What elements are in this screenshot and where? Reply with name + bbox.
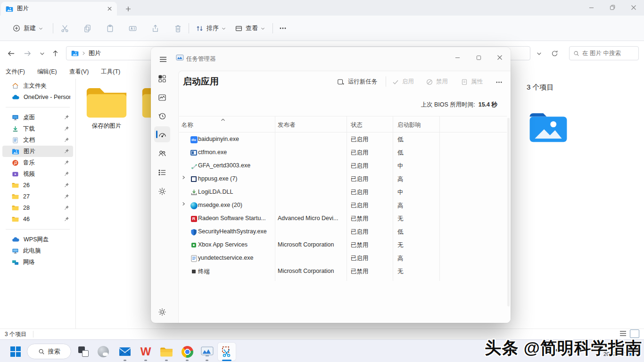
rail-details-icon[interactable]: [154, 165, 170, 181]
properties-button[interactable]: 属性: [461, 75, 483, 88]
table-row[interactable]: R Radeon Software Startu...Advanced Micr…: [179, 212, 507, 225]
network-icon: [12, 259, 19, 266]
ime-menu-icon[interactable]: [619, 330, 627, 337]
expand-chevron-icon[interactable]: [182, 202, 186, 206]
task-manager-taskbar-icon[interactable]: [198, 343, 216, 361]
table-row[interactable]: LogiLDA.DLL已启用中: [179, 186, 507, 199]
chrome-icon[interactable]: [178, 343, 196, 361]
table-row[interactable]: yundetectservice.exe已启用高: [179, 252, 507, 265]
search-box[interactable]: [569, 46, 639, 60]
watermark-text: 头条 @简明科学指南: [485, 337, 642, 359]
more-options-icon[interactable]: [279, 22, 287, 35]
paste-button[interactable]: [106, 22, 115, 35]
pen-icon: [190, 162, 198, 170]
menu-tools[interactable]: 工具(T): [101, 68, 120, 76]
table-row-expandable[interactable]: hppusg.exe (7)已启用高: [179, 173, 507, 186]
tab-close-icon[interactable]: [107, 6, 112, 11]
sidebar-item-music[interactable]: 音乐: [2, 157, 73, 168]
new-tab-button[interactable]: [123, 4, 134, 14]
folder-tile-saved-pictures[interactable]: 保存的图片: [84, 85, 129, 130]
refresh-icon[interactable]: [548, 47, 561, 59]
forward-icon[interactable]: [21, 47, 33, 59]
table-row[interactable]: 终端Microsoft Corporation已禁用无: [179, 265, 507, 278]
tm-close-button[interactable]: [490, 51, 509, 64]
sidebar-item-network[interactable]: 网络: [2, 256, 73, 268]
sort-button[interactable]: 排序: [196, 22, 226, 35]
rail-app-history-icon[interactable]: [154, 108, 170, 124]
pin-icon: [64, 205, 69, 210]
file-explorer-icon[interactable]: [157, 343, 175, 361]
copy-button[interactable]: [83, 22, 92, 35]
run-new-task-button[interactable]: 运行新任务: [337, 75, 378, 88]
table-row-expandable[interactable]: msedge.exe (20)已启用高: [179, 199, 507, 212]
sidebar-item-onedrive[interactable]: OneDrive - Persona: [2, 91, 73, 103]
sidebar-item-folder-27[interactable]: 27: [2, 191, 73, 202]
hamburger-menu-icon[interactable]: [157, 54, 169, 65]
rename-button[interactable]: [128, 22, 137, 35]
tm-settings-gear-icon[interactable]: [154, 304, 170, 320]
xbox-icon: [190, 241, 198, 249]
sidebar-item-downloads[interactable]: 下载: [2, 123, 73, 134]
sidebar-item-this-pc[interactable]: 此电脑: [2, 245, 73, 256]
address-dropdown-icon[interactable]: [533, 47, 545, 59]
breadcrumb[interactable]: 图片: [89, 49, 101, 58]
sidebar-item-pictures[interactable]: 图片: [2, 146, 73, 157]
rail-services-icon[interactable]: [154, 183, 170, 199]
column-status[interactable]: 状态: [351, 121, 363, 129]
snipping-tool-icon-active[interactable]: [218, 343, 236, 361]
taskbar-search[interactable]: 搜索: [27, 344, 71, 359]
window-restore-button[interactable]: [602, 0, 623, 15]
recent-locations-icon[interactable]: [36, 47, 48, 59]
explorer-tab-pictures[interactable]: 图片: [1, 2, 117, 16]
wps-office-icon[interactable]: W: [137, 343, 155, 361]
sidebar-item-documents[interactable]: 文档: [2, 134, 73, 146]
tm-more-icon[interactable]: [493, 76, 505, 88]
table-row[interactable]: Xbox App ServicesMicrosoft Corporation已禁…: [179, 239, 507, 252]
disable-button[interactable]: 禁用: [426, 75, 448, 88]
enable-button[interactable]: 启用: [392, 75, 414, 88]
menu-edit[interactable]: 编辑(E): [37, 68, 57, 76]
tm-maximize-button[interactable]: [469, 51, 488, 64]
sidebar-item-wps-drive[interactable]: WPS网盘: [2, 234, 73, 245]
sidebar-item-folder-26[interactable]: 26: [2, 180, 73, 191]
table-row[interactable]: SecurityHealthSystray.exe已启用低: [179, 225, 507, 239]
menu-view[interactable]: 查看(V): [69, 68, 89, 76]
start-button[interactable]: [7, 343, 25, 361]
share-button[interactable]: [151, 22, 160, 35]
mail-app-icon[interactable]: [116, 343, 134, 361]
back-icon[interactable]: [5, 47, 17, 59]
window-close-button[interactable]: [623, 0, 644, 15]
sidebar-item-folder-46[interactable]: 46: [2, 214, 73, 225]
rail-performance-icon[interactable]: [154, 90, 170, 106]
widgets-weather-icon[interactable]: [94, 343, 112, 361]
menu-file[interactable]: 文件(F): [6, 68, 25, 76]
sidebar-item-folder-28[interactable]: 28: [2, 202, 73, 214]
column-name[interactable]: 名称: [182, 121, 193, 129]
task-view-button[interactable]: [74, 343, 92, 361]
rail-processes-icon[interactable]: [154, 71, 170, 87]
rail-startup-apps-icon[interactable]: [154, 126, 170, 142]
search-input[interactable]: [582, 50, 635, 57]
new-button[interactable]: 新建: [12, 22, 43, 35]
pin-icon: [64, 182, 69, 188]
sidebar-item-home[interactable]: 主文件夹: [2, 80, 73, 91]
sidebar-item-videos[interactable]: 视频: [2, 168, 73, 180]
cut-button[interactable]: [60, 22, 69, 35]
rail-users-icon[interactable]: [154, 146, 170, 162]
view-button[interactable]: 查看: [235, 22, 265, 35]
music-icon: [12, 159, 19, 166]
delete-button[interactable]: [173, 22, 182, 35]
column-publisher[interactable]: 发布者: [278, 121, 296, 129]
table-row[interactable]: GFA_certd3003.exe已启用中: [179, 159, 507, 173]
window-minimize-button[interactable]: [581, 0, 602, 15]
tm-minimize-button[interactable]: [448, 51, 467, 64]
scrollbar[interactable]: [507, 118, 510, 306]
expand-chevron-icon[interactable]: [182, 175, 186, 180]
column-impact[interactable]: 启动影响: [397, 121, 421, 129]
table-row[interactable]: ctfmon.exe已启用低: [179, 146, 507, 159]
sidebar-item-desktop[interactable]: 桌面: [2, 112, 73, 123]
up-icon[interactable]: [49, 47, 61, 59]
table-row[interactable]: du baidupinyin.exe已启用低: [179, 133, 507, 146]
details-item-count: 3 个项目: [527, 83, 554, 92]
status-separator: [33, 331, 33, 337]
